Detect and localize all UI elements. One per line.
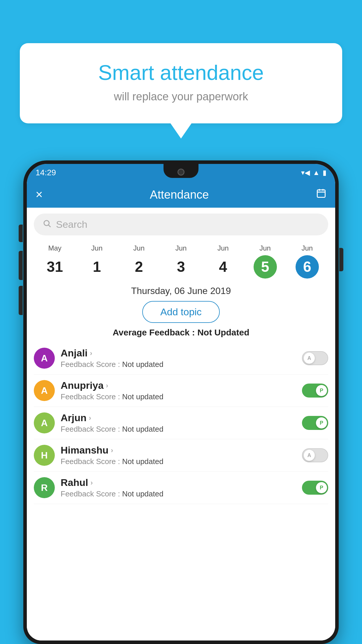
- header-title: Attendance: [150, 188, 209, 201]
- cal-date-number: 6: [296, 255, 319, 279]
- svg-line-5: [49, 225, 51, 227]
- student-name[interactable]: Arjun ›: [61, 412, 296, 424]
- search-icon: [43, 219, 51, 230]
- cal-month-label: Jun: [175, 244, 187, 252]
- mute-button: [19, 225, 23, 242]
- phone-screen: 14:29 ▾◀ ▲ ▮ × Attendance: [27, 164, 335, 640]
- speech-bubble: Smart attendance will replace your paper…: [20, 43, 342, 123]
- calendar-day-1[interactable]: Jun1: [76, 244, 118, 279]
- svg-rect-0: [317, 190, 325, 197]
- bubble-subtitle: will replace your paperwork: [43, 90, 319, 103]
- student-name[interactable]: Anupriya ›: [61, 380, 296, 391]
- calendar-day-2[interactable]: Jun2: [118, 244, 160, 279]
- cal-date-number: 1: [85, 255, 108, 279]
- student-info: Arjun ›Feedback Score : Not updated: [61, 412, 296, 434]
- volume-up-button: [19, 251, 23, 280]
- power-button: [339, 248, 343, 271]
- student-info: Anjali ›Feedback Score : Not updated: [61, 347, 296, 369]
- attendance-toggle[interactable]: P: [302, 481, 328, 495]
- cal-month-label: May: [48, 244, 61, 252]
- student-list: AAnjali ›Feedback Score : Not updatedAAA…: [27, 342, 335, 504]
- status-icons: ▾◀ ▲ ▮: [301, 169, 326, 177]
- calendar-day-6[interactable]: Jun6: [286, 244, 328, 279]
- avatar: H: [34, 445, 55, 466]
- attendance-toggle[interactable]: A: [302, 351, 328, 365]
- bubble-title: Smart attendance: [43, 61, 319, 85]
- avg-feedback-label: Average Feedback :: [113, 328, 197, 337]
- volume-down-button: [19, 286, 23, 315]
- attendance-toggle[interactable]: P: [302, 416, 328, 430]
- student-item: RRahul ›Feedback Score : Not updatedP: [34, 472, 328, 504]
- app-content: Search May31Jun1Jun2Jun3Jun4Jun5Jun6 Thu…: [27, 208, 335, 640]
- chevron-icon: ›: [89, 414, 91, 422]
- front-camera: [178, 169, 184, 176]
- feedback-score: Feedback Score : Not updated: [61, 457, 296, 466]
- cal-date-number: 4: [211, 255, 235, 279]
- attendance-toggle[interactable]: A: [302, 448, 328, 462]
- student-info: Anupriya ›Feedback Score : Not updated: [61, 380, 296, 401]
- search-bar[interactable]: Search: [34, 214, 328, 235]
- feedback-score: Feedback Score : Not updated: [61, 360, 296, 369]
- cal-month-label: Jun: [259, 244, 271, 252]
- chevron-icon: ›: [90, 349, 92, 357]
- chevron-icon: ›: [111, 446, 113, 454]
- app-header: × Attendance: [27, 181, 335, 208]
- calendar-day-5[interactable]: Jun5: [244, 244, 286, 279]
- cal-month-label: Jun: [91, 244, 103, 252]
- selected-date-label: Thursday, 06 June 2019: [27, 286, 335, 296]
- feedback-score: Feedback Score : Not updated: [61, 392, 296, 401]
- close-button[interactable]: ×: [36, 188, 43, 202]
- student-item: AAnupriya ›Feedback Score : Not updatedP: [34, 374, 328, 407]
- toggle-knob: A: [304, 353, 315, 364]
- calendar-icon[interactable]: [316, 188, 326, 201]
- student-name[interactable]: Anjali ›: [61, 347, 296, 359]
- student-item: HHimanshu ›Feedback Score : Not updatedA: [34, 439, 328, 472]
- cal-date-number: 3: [169, 255, 193, 279]
- wifi-icon: ▾◀: [301, 169, 310, 177]
- student-item: AAnjali ›Feedback Score : Not updatedA: [34, 342, 328, 374]
- calendar-day-3[interactable]: Jun3: [160, 244, 202, 279]
- avatar: A: [34, 380, 55, 401]
- toggle-knob: P: [316, 385, 327, 396]
- chevron-icon: ›: [90, 479, 93, 487]
- cal-date-number: 31: [43, 255, 66, 279]
- avatar: R: [34, 477, 55, 498]
- signal-icon: ▲: [313, 169, 320, 177]
- avg-feedback-value: Not Updated: [197, 328, 249, 337]
- battery-icon: ▮: [323, 169, 326, 177]
- cal-month-label: Jun: [301, 244, 313, 252]
- student-info: Himanshu ›Feedback Score : Not updated: [61, 444, 296, 466]
- attendance-toggle[interactable]: P: [302, 384, 328, 398]
- status-time: 14:29: [36, 168, 56, 177]
- toggle-knob: A: [304, 450, 315, 461]
- phone-notch: [164, 164, 198, 178]
- avatar: A: [34, 348, 55, 369]
- student-item: AArjun ›Feedback Score : Not updatedP: [34, 407, 328, 439]
- avg-feedback: Average Feedback : Not Updated: [27, 328, 335, 337]
- feedback-score: Feedback Score : Not updated: [61, 425, 296, 434]
- student-name[interactable]: Rahul ›: [61, 477, 296, 488]
- feedback-score: Feedback Score : Not updated: [61, 489, 296, 498]
- calendar-day-4[interactable]: Jun4: [202, 244, 244, 279]
- search-placeholder: Search: [56, 219, 87, 230]
- student-info: Rahul ›Feedback Score : Not updated: [61, 477, 296, 498]
- cal-date-number: 2: [127, 255, 151, 279]
- calendar-day-0[interactable]: May31: [34, 244, 76, 279]
- phone-frame: 14:29 ▾◀ ▲ ▮ × Attendance: [23, 160, 339, 644]
- svg-point-4: [44, 220, 49, 226]
- toggle-knob: P: [316, 482, 327, 493]
- cal-date-number: 5: [254, 255, 277, 279]
- calendar-strip: May31Jun1Jun2Jun3Jun4Jun5Jun6: [27, 241, 335, 283]
- cal-month-label: Jun: [217, 244, 229, 252]
- cal-month-label: Jun: [133, 244, 145, 252]
- add-topic-button[interactable]: Add topic: [142, 301, 220, 323]
- chevron-icon: ›: [106, 382, 108, 390]
- toggle-knob: P: [316, 417, 327, 428]
- avatar: A: [34, 412, 55, 433]
- student-name[interactable]: Himanshu ›: [61, 444, 296, 456]
- speech-bubble-container: Smart attendance will replace your paper…: [20, 43, 342, 123]
